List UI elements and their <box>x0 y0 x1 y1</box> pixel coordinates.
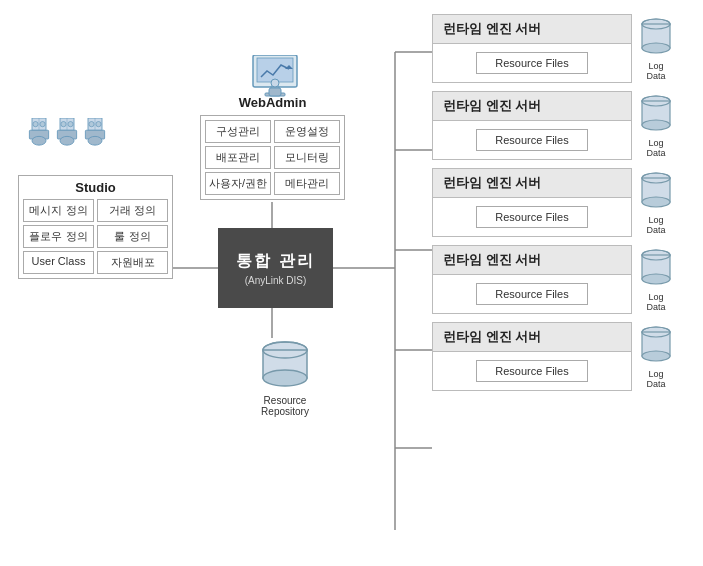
central-block: 통합 관리 (AnyLink DIS) <box>218 228 333 308</box>
studio-cell-4: User Class <box>23 251 94 274</box>
diagram: Studio 메시지 정의 거래 정의 플로우 정의 룰 정의 User Cla… <box>0 0 703 566</box>
studio-title: Studio <box>23 180 168 195</box>
person-icon-3 <box>84 118 106 146</box>
webadmin-cell-3: 모니터링 <box>274 146 340 169</box>
runtime-body-2: Resource Files <box>433 198 631 236</box>
central-title: 통합 관리 <box>236 251 314 272</box>
runtime-body-0: Resource Files <box>433 44 631 82</box>
webadmin-cell-2: 배포관리 <box>205 146 271 169</box>
resource-files-3: Resource Files <box>476 283 587 305</box>
svg-point-57 <box>642 351 670 361</box>
resource-repository-label: Resource Repository <box>245 395 325 417</box>
log-label-2: LogData <box>637 215 675 235</box>
runtime-row-0: 런타임 엔진 서버 Resource Files LogData <box>432 14 675 83</box>
studio-cell-5: 자원배포 <box>97 251 168 274</box>
svg-point-14 <box>33 122 38 127</box>
runtime-title-1: 런타임 엔진 서버 <box>433 92 631 121</box>
svg-point-53 <box>642 274 670 284</box>
svg-point-33 <box>271 79 279 87</box>
resource-files-0: Resource Files <box>476 52 587 74</box>
log-label-4: LogData <box>637 369 675 389</box>
studio-block: Studio 메시지 정의 거래 정의 플로우 정의 룰 정의 User Cla… <box>18 175 173 279</box>
webadmin-grid: 구성관리 운영설정 배포관리 모니터링 사용자/권한 메타관리 <box>200 115 345 200</box>
runtime-servers-container: 런타임 엔진 서버 Resource Files LogData 런타임 엔진 … <box>432 14 675 391</box>
runtime-title-2: 런타임 엔진 서버 <box>433 169 631 198</box>
central-subtitle: (AnyLink DIS) <box>245 275 307 286</box>
studio-cell-3: 룰 정의 <box>97 225 168 248</box>
svg-point-26 <box>89 122 94 127</box>
webadmin-cell-5: 메타관리 <box>274 172 340 195</box>
webadmin-cell-4: 사용자/권한 <box>205 172 271 195</box>
log-cylinder-0: LogData <box>637 16 675 81</box>
svg-point-37 <box>263 370 307 386</box>
runtime-row-3: 런타임 엔진 서버 Resource Files LogData <box>432 245 675 314</box>
resource-files-2: Resource Files <box>476 206 587 228</box>
webadmin-cell-1: 운영설정 <box>274 120 340 143</box>
runtime-row-2: 런타임 엔진 서버 Resource Files LogData <box>432 168 675 237</box>
runtime-block-2: 런타임 엔진 서버 Resource Files <box>432 168 632 237</box>
runtime-title-4: 런타임 엔진 서버 <box>433 323 631 352</box>
runtime-body-4: Resource Files <box>433 352 631 390</box>
studio-icons <box>28 118 106 146</box>
runtime-title-3: 런타임 엔진 서버 <box>433 246 631 275</box>
runtime-row-1: 런타임 엔진 서버 Resource Files LogData <box>432 91 675 160</box>
resource-files-4: Resource Files <box>476 360 587 382</box>
resource-repository-icon <box>255 338 315 388</box>
runtime-block-3: 런타임 엔진 서버 Resource Files <box>432 245 632 314</box>
studio-cell-0: 메시지 정의 <box>23 199 94 222</box>
resource-files-1: Resource Files <box>476 129 587 151</box>
svg-point-21 <box>68 122 73 127</box>
runtime-block-1: 런타임 엔진 서버 Resource Files <box>432 91 632 160</box>
person-icon-2 <box>56 118 78 146</box>
svg-rect-29 <box>257 58 293 82</box>
runtime-row-4: 런타임 엔진 서버 Resource Files LogData <box>432 322 675 391</box>
svg-point-27 <box>96 122 101 127</box>
studio-grid: 메시지 정의 거래 정의 플로우 정의 룰 정의 User Class 자원배포 <box>23 199 168 274</box>
svg-point-45 <box>642 120 670 130</box>
person-icon-1 <box>28 118 50 146</box>
svg-point-49 <box>642 197 670 207</box>
svg-point-19 <box>60 136 74 145</box>
log-cylinder-3: LogData <box>637 247 675 312</box>
svg-point-41 <box>642 43 670 53</box>
svg-point-15 <box>40 122 45 127</box>
runtime-block-0: 런타임 엔진 서버 Resource Files <box>432 14 632 83</box>
svg-point-20 <box>61 122 66 127</box>
runtime-block-4: 런타임 엔진 서버 Resource Files <box>432 322 632 391</box>
webadmin-block: WebAdmin 구성관리 운영설정 배포관리 모니터링 사용자/권한 메타관리 <box>200 95 345 200</box>
log-label-3: LogData <box>637 292 675 312</box>
log-label-0: LogData <box>637 61 675 81</box>
log-label-1: LogData <box>637 138 675 158</box>
webadmin-cell-0: 구성관리 <box>205 120 271 143</box>
studio-cell-2: 플로우 정의 <box>23 225 94 248</box>
log-cylinder-4: LogData <box>637 324 675 389</box>
log-cylinder-1: LogData <box>637 93 675 158</box>
resource-repository-block: Resource Repository <box>245 338 325 417</box>
log-cylinder-2: LogData <box>637 170 675 235</box>
webadmin-title: WebAdmin <box>200 95 345 110</box>
runtime-title-0: 런타임 엔진 서버 <box>433 15 631 44</box>
studio-cell-1: 거래 정의 <box>97 199 168 222</box>
svg-point-25 <box>88 136 102 145</box>
runtime-body-1: Resource Files <box>433 121 631 159</box>
svg-point-13 <box>32 136 46 145</box>
runtime-body-3: Resource Files <box>433 275 631 313</box>
